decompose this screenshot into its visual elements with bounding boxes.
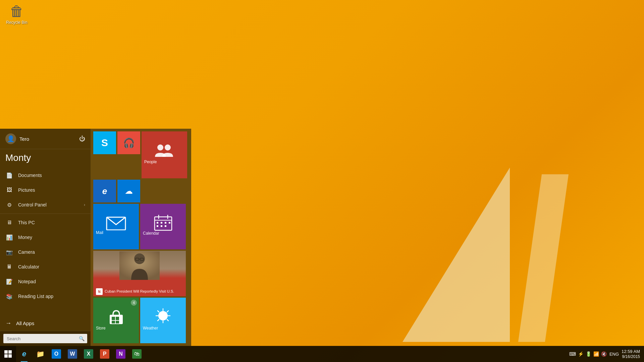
nav-item-this-pc-label: This PC [18,220,85,225]
tiles-row-5: Store 4 [93,298,189,343]
battery-icon[interactable]: 🔋 [586,351,591,357]
taskbar-excel[interactable]: X [80,346,97,362]
tile-weather[interactable]: Weather [140,298,186,343]
store-icon [107,307,125,326]
svg-point-1 [165,144,171,150]
recycle-bin-icon: 🗑 [10,3,24,19]
nav-item-calculator-label: Calculator [18,264,85,269]
nav-item-camera[interactable]: 📷 Camera [0,245,91,259]
nav-item-documents[interactable]: 📄 Documents [0,168,91,183]
start-button[interactable] [0,346,16,362]
nav-item-notepad[interactable]: 📝 Notepad [0,274,91,289]
taskbar-ppt-icon: P [100,349,109,359]
calendar-icon [154,214,172,231]
network-icon[interactable]: 📶 [593,351,599,357]
keyboard-icon[interactable]: ⌨ [569,351,576,357]
tile-onedrive[interactable]: ☁ [117,180,140,202]
taskbar-word[interactable]: W [64,346,80,362]
news-person-image [119,251,160,280]
nav-item-reading-list-label: Reading List app [18,294,85,299]
tile-skype[interactable]: S [93,131,116,154]
news-logo: N [96,288,103,295]
taskbar-store[interactable]: 🛍 [129,346,145,362]
people-label: People [142,160,157,164]
news-footer: N Cuban President Will Reportedly Visit … [93,287,186,296]
start-tiles: S 🎧 [91,129,191,346]
tile-calendar[interactable]: Calendar [140,204,186,249]
user-avatar[interactable]: 👤 [5,133,16,144]
svg-rect-9 [165,222,166,224]
taskbar-explorer-icon: 📁 [36,350,45,358]
volume-icon[interactable]: 🔇 [601,351,607,357]
nav-item-money[interactable]: 📊 Money [0,230,91,245]
nav-items: 📄 Documents 🖼 Pictures ⚙ Control Panel ›… [0,165,91,316]
svg-rect-23 [116,321,119,323]
bluetooth-icon[interactable]: ⚡ [578,351,584,357]
clock-date: 9/16/2015 [622,354,640,359]
nav-item-reading-list[interactable]: 📚 Reading List app [0,289,91,304]
pictures-icon: 🖼 [5,186,13,194]
taskbar-ie[interactable]: e [16,346,32,362]
weather-icon [153,307,173,326]
svg-point-0 [157,144,163,150]
nav-item-control-panel[interactable]: ⚙ Control Panel › [0,197,91,212]
svg-rect-7 [157,222,158,224]
user-name: Tero [19,136,29,142]
nav-item-control-panel-label: Control Panel [18,202,79,207]
win-logo-tr [8,350,12,354]
news-headline: Cuban President Will Reportedly Visit U.… [105,289,174,294]
tile-news[interactable]: N Cuban President Will Reportedly Visit … [93,251,186,296]
reading-list-icon: 📚 [5,292,13,300]
recycle-bin[interactable]: 🗑 Recycle Bin [3,3,30,25]
tile-store[interactable]: Store 4 [93,298,139,343]
search-button[interactable]: 🔍 [76,334,87,343]
control-panel-arrow: › [84,202,85,207]
tile-mail[interactable]: Mail [93,204,139,249]
all-apps-item[interactable]: → All Apps [0,316,91,331]
nav-item-pictures-label: Pictures [18,187,85,193]
music-icon: 🎧 [123,137,135,148]
taskbar-explorer[interactable]: 📁 [32,346,48,362]
calculator-icon: 🖩 [5,263,13,271]
nav-item-calculator[interactable]: 🖩 Calculator [0,259,91,274]
user-info: 👤 Tero [5,133,29,144]
nav-item-this-pc[interactable]: 🖥 This PC [0,215,91,230]
taskbar: e 📁 O W X [0,346,644,362]
user-header: 👤 Tero ⏻ [0,129,91,149]
taskbar-right: ⌨ ⚡ 🔋 📶 🔇 ENG 12:59 AM 9/16/2015 [565,346,644,362]
power-button[interactable]: ⏻ [79,135,85,142]
svg-rect-10 [169,222,170,224]
svg-rect-8 [161,222,162,224]
taskbar-outlook[interactable]: O [48,346,64,362]
taskbar-excel-icon: X [84,349,93,359]
search-input[interactable] [3,334,76,343]
tile-music[interactable]: 🎧 [117,131,140,154]
taskbar-onenote[interactable]: N [113,346,129,362]
weather-label: Weather [140,326,158,330]
system-clock[interactable]: 12:59 AM 9/16/2015 [622,349,640,359]
taskbar-store-icon: 🛍 [132,349,142,359]
search-input-wrapper: 🔍 [3,334,87,343]
nav-item-money-label: Money [18,235,85,240]
control-panel-icon: ⚙ [5,201,13,209]
svg-line-32 [158,319,159,321]
clock-time: 12:59 AM [622,349,640,354]
tile-ie[interactable]: e [93,180,116,202]
onedrive-icon: ☁ [125,186,133,196]
tiles-row-2: e ☁ [93,180,189,202]
win-logo-bl [4,354,8,358]
camera-icon: 📷 [5,248,13,256]
tiles-row-4: N Cuban President Will Reportedly Visit … [93,251,189,296]
svg-point-15 [134,253,145,264]
search-bar: 🔍 [0,331,91,346]
windows-logo [4,350,12,358]
taskbar-powerpoint[interactable]: P [97,346,113,362]
recycle-bin-label: Recycle Bin [6,20,27,25]
nav-item-documents-label: Documents [18,173,85,178]
all-apps-arrow-icon: → [5,320,11,327]
taskbar-onenote-icon: N [116,349,125,359]
taskbar-outlook-icon: O [52,349,61,359]
nav-item-pictures[interactable]: 🖼 Pictures [0,183,91,197]
language-indicator[interactable]: ENG [609,352,619,357]
tile-people[interactable]: People [142,131,187,178]
